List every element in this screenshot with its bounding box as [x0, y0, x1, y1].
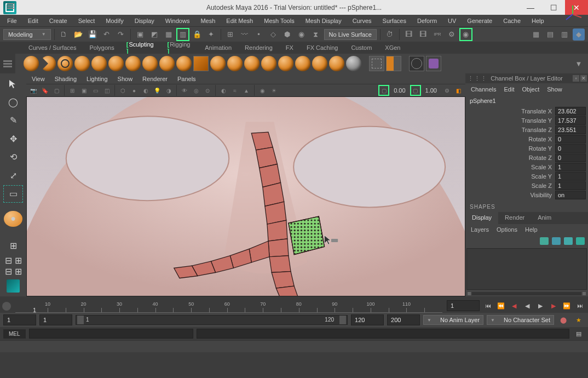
menu-windows[interactable]: Windows: [160, 16, 195, 25]
sculpt-tool-5[interactable]: [91, 56, 107, 71]
four-pane-layout[interactable]: ⊞: [4, 238, 22, 254]
go-to-start-button[interactable]: ⏮: [482, 300, 494, 311]
sculpt-tool-15[interactable]: [261, 56, 276, 71]
layer-icon-3[interactable]: [564, 237, 573, 245]
command-language-label[interactable]: MEL: [3, 329, 26, 339]
highlight-selection-button[interactable]: ✦: [205, 28, 217, 41]
ipr-render-button[interactable]: IPR: [431, 28, 443, 41]
menu-cache[interactable]: Cache: [498, 16, 526, 25]
auto-key-button[interactable]: ⬤: [557, 314, 569, 325]
channel-label[interactable]: Translate X: [468, 108, 555, 114]
open-scene-button[interactable]: 📂: [72, 28, 84, 41]
menu-modify[interactable]: Modify: [101, 16, 128, 25]
channel-label[interactable]: Scale Y: [468, 173, 555, 180]
rotate-tool[interactable]: ⟲: [4, 149, 22, 165]
menu-file[interactable]: File: [2, 16, 22, 25]
shelf-tab-custom[interactable]: Custom: [344, 43, 378, 53]
vp-menu-view[interactable]: View: [32, 76, 45, 82]
sculpt-tool-13[interactable]: [227, 56, 243, 71]
channel-value-input[interactable]: 1: [555, 163, 586, 171]
minimize-button[interactable]: —: [519, 0, 542, 15]
range-start-input[interactable]: 1: [3, 314, 36, 325]
range-end-input[interactable]: 200: [387, 314, 420, 325]
sculpt-freeze-tool[interactable]: [346, 56, 361, 71]
menu-edit[interactable]: Edit: [23, 16, 43, 25]
range-slider[interactable]: 1 120: [76, 315, 348, 325]
vp-bookmark-button[interactable]: 🔖: [40, 85, 50, 95]
new-scene-button[interactable]: 🗋: [58, 28, 70, 41]
vp-film-gate-button[interactable]: ▣: [79, 85, 89, 95]
vp-gate-mask-button[interactable]: ◫: [102, 85, 112, 95]
workspace-dropdown[interactable]: Modeling ▼: [3, 29, 51, 40]
menu-select[interactable]: Select: [73, 16, 100, 25]
menu-mesh[interactable]: Mesh: [195, 16, 220, 25]
shelf-tab-animation[interactable]: Animation: [198, 43, 238, 53]
shelf-tab-curves-surfaces[interactable]: Curves / Surfaces: [22, 43, 83, 53]
vp-dof-button[interactable]: ◉: [257, 85, 267, 95]
menu-generate[interactable]: Generate: [462, 16, 497, 25]
snap-curve-button[interactable]: 〰: [239, 28, 251, 41]
channel-label[interactable]: Translate Z: [468, 127, 555, 133]
sculpt-tool-4[interactable]: [74, 56, 90, 71]
sidebar-toggle-button[interactable]: ◆: [573, 28, 585, 41]
vp-menu-shading[interactable]: Shading: [55, 76, 77, 82]
range-handle-right[interactable]: [339, 316, 346, 324]
drag-handle-icon[interactable]: ⋮⋮⋮: [468, 75, 487, 82]
cb-menu-object[interactable]: Object: [522, 86, 539, 93]
layout-option-2[interactable]: ⊞: [14, 256, 22, 265]
range-inner-start-input[interactable]: 1: [39, 314, 72, 325]
channel-label[interactable]: Rotate Y: [468, 145, 555, 152]
menu-edit-mesh[interactable]: Edit Mesh: [221, 16, 258, 25]
sculpt-reference-button[interactable]: [426, 56, 441, 71]
step-back-button[interactable]: ◀: [508, 300, 520, 311]
sculpt-tool-10[interactable]: [176, 56, 192, 71]
layer-icon-1[interactable]: [540, 237, 549, 245]
vp-shaded-button[interactable]: ●: [129, 85, 139, 95]
menu-mesh-tools[interactable]: Mesh Tools: [259, 16, 299, 25]
vp-exposure-button[interactable]: ☀: [269, 85, 279, 95]
redo-button[interactable]: ↷: [115, 28, 127, 41]
shelf-menu-button[interactable]: [3, 0, 19, 12]
snap-grid-button[interactable]: ⊞: [224, 28, 237, 41]
sculpt-tool-12[interactable]: [210, 56, 226, 71]
undo-button[interactable]: ↶: [101, 28, 113, 41]
menu-help[interactable]: Help: [527, 16, 549, 25]
select-by-component-type-button[interactable]: ▥: [177, 28, 189, 41]
sculpt-tool-2[interactable]: [41, 56, 56, 71]
play-back-button[interactable]: ◀: [521, 300, 533, 311]
channel-value-input[interactable]: 1: [555, 181, 586, 190]
move-tool[interactable]: ✥: [4, 131, 22, 147]
step-forward-button[interactable]: ▶: [547, 300, 560, 311]
channel-label[interactable]: Scale X: [468, 164, 555, 170]
maya-home-button[interactable]: [4, 278, 22, 294]
sculpt-tool-11[interactable]: [193, 56, 209, 71]
channel-value-input[interactable]: on: [555, 191, 586, 199]
menu-surfaces[interactable]: Surfaces: [378, 16, 411, 25]
vp-color-mgmt-button[interactable]: ◧: [453, 85, 463, 95]
scroll-right-button[interactable]: [583, 292, 586, 295]
channel-label[interactable]: Rotate X: [468, 136, 555, 142]
sculpt-tool-19[interactable]: [329, 56, 344, 71]
panel-layout-button-2[interactable]: ▤: [544, 28, 556, 41]
vp-joints-button[interactable]: ⊙: [203, 85, 212, 95]
render-view-button[interactable]: ◉: [460, 28, 472, 41]
snap-plane-button[interactable]: ◇: [267, 28, 279, 41]
save-scene-button[interactable]: 💾: [87, 28, 99, 41]
scale-tool[interactable]: ⤢: [4, 168, 22, 184]
layer-list[interactable]: [466, 248, 587, 290]
live-surface-dropdown[interactable]: No Live Surface: [324, 29, 377, 40]
vp-isolate-button[interactable]: 👁: [180, 85, 189, 95]
vp-image-plane-button[interactable]: ▢: [51, 85, 61, 95]
range-inner-end-input[interactable]: 120: [351, 314, 384, 325]
channel-value-input[interactable]: 0: [555, 153, 586, 162]
sculpt-tool-9[interactable]: [159, 56, 175, 71]
sculpt-tool-14[interactable]: [244, 56, 260, 71]
menu-display[interactable]: Display: [130, 16, 159, 25]
render-settings-button[interactable]: ⚙: [446, 28, 458, 41]
vp-menu-panels[interactable]: Panels: [177, 76, 196, 82]
vp-shadows-button[interactable]: ◑: [164, 85, 174, 95]
select-by-hierarchy-button[interactable]: ◩: [148, 28, 160, 41]
vp-motion-blur-button[interactable]: ≈: [230, 85, 240, 95]
lasso-tool[interactable]: ◯: [4, 94, 22, 111]
layout-option-1[interactable]: ⊟: [4, 256, 13, 265]
